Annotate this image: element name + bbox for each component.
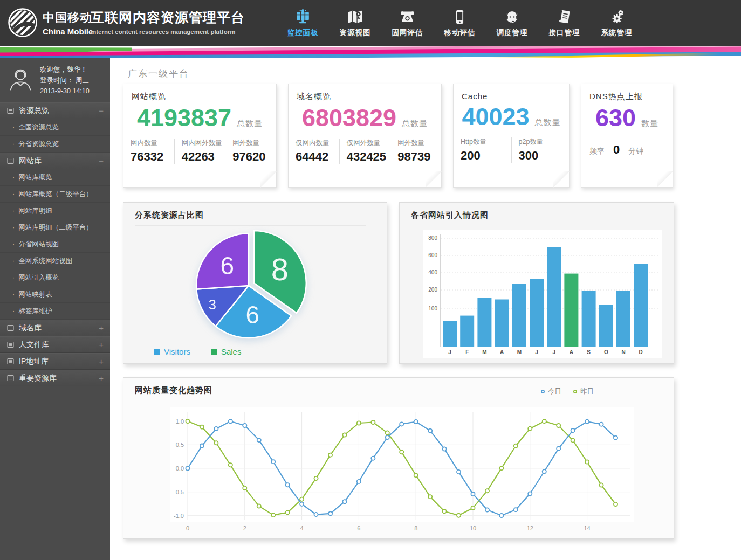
- data-point[interactable]: [300, 497, 304, 501]
- bar-D-12[interactable]: [634, 264, 648, 347]
- expand-icon[interactable]: +: [99, 374, 104, 383]
- bar-N-11[interactable]: [616, 291, 630, 347]
- nav-item-6[interactable]: 接口管理: [538, 4, 591, 38]
- data-point[interactable]: [357, 480, 361, 483]
- data-point[interactable]: [200, 425, 204, 429]
- sidebar-section-2[interactable]: 网站库−: [0, 153, 110, 169]
- expand-icon[interactable]: +: [99, 340, 104, 349]
- expand-icon[interactable]: +: [99, 323, 104, 333]
- data-point[interactable]: [499, 514, 503, 517]
- data-point[interactable]: [585, 460, 589, 464]
- data-point[interactable]: [286, 483, 290, 487]
- bar-J-6[interactable]: [530, 279, 544, 347]
- nav-item-7[interactable]: 系统管理: [591, 4, 643, 38]
- bar-M-5[interactable]: [512, 284, 526, 347]
- nav-item-3[interactable]: 固网评估: [381, 4, 434, 38]
- data-point[interactable]: [514, 508, 518, 511]
- sidebar-item-2-5[interactable]: ·分省网站视图: [0, 236, 110, 253]
- data-point[interactable]: [457, 514, 461, 517]
- sidebar-section-5[interactable]: IP地址库+: [0, 353, 110, 370]
- data-point[interactable]: [428, 429, 432, 433]
- data-point[interactable]: [286, 510, 290, 514]
- data-point[interactable]: [614, 436, 618, 440]
- data-point[interactable]: [543, 419, 546, 423]
- data-point[interactable]: [571, 428, 575, 432]
- data-point[interactable]: [414, 420, 418, 424]
- bar-A-4[interactable]: [495, 300, 509, 347]
- data-point[interactable]: [400, 450, 403, 454]
- bar-O-10[interactable]: [599, 305, 613, 347]
- sidebar-item-2-3[interactable]: ·网站库明细: [0, 203, 110, 219]
- data-point[interactable]: [599, 483, 603, 487]
- data-point[interactable]: [229, 463, 232, 467]
- data-point[interactable]: [200, 444, 204, 447]
- data-point[interactable]: [571, 438, 575, 442]
- sidebar-item-1-2[interactable]: ·分省资源总览: [0, 136, 110, 153]
- data-point[interactable]: [271, 513, 275, 517]
- bar-J-7[interactable]: [547, 247, 561, 347]
- sidebar-section-3[interactable]: 域名库+: [0, 320, 110, 336]
- sidebar-item-2-4[interactable]: ·网站库明细（二级平台）: [0, 219, 110, 236]
- data-point[interactable]: [585, 420, 589, 424]
- data-point[interactable]: [443, 447, 447, 451]
- data-point[interactable]: [400, 422, 403, 426]
- sidebar-section-6[interactable]: 重要资源库+: [0, 370, 110, 386]
- sidebar-item-2-2[interactable]: ·网站库概览（二级平台）: [0, 186, 110, 203]
- data-point[interactable]: [414, 473, 418, 477]
- pie-legend-item-1[interactable]: Visitors: [154, 347, 190, 356]
- expand-icon[interactable]: +: [99, 357, 104, 366]
- data-point[interactable]: [257, 438, 261, 442]
- bar-S-9[interactable]: [582, 291, 596, 347]
- line-legend-item-2[interactable]: 昨日: [573, 387, 594, 396]
- nav-item-1[interactable]: 监控面板: [277, 4, 329, 38]
- pie-legend-item-2[interactable]: Sales: [211, 347, 242, 356]
- nav-item-2[interactable]: 资源视图: [329, 4, 381, 38]
- data-point[interactable]: [257, 504, 261, 508]
- data-point[interactable]: [371, 420, 375, 424]
- data-point[interactable]: [357, 421, 361, 425]
- data-point[interactable]: [485, 508, 489, 511]
- data-point[interactable]: [557, 447, 560, 451]
- data-point[interactable]: [300, 502, 304, 506]
- collapse-icon[interactable]: −: [99, 156, 104, 165]
- bar-A-8[interactable]: [564, 274, 578, 347]
- data-point[interactable]: [371, 457, 375, 460]
- data-point[interactable]: [214, 441, 218, 445]
- data-point[interactable]: [485, 489, 489, 493]
- data-point[interactable]: [229, 419, 232, 423]
- data-point[interactable]: [514, 444, 518, 448]
- sidebar-item-2-7[interactable]: ·网站引入概览: [0, 269, 110, 286]
- sidebar-item-2-1[interactable]: ·网站库概览: [0, 169, 110, 186]
- data-point[interactable]: [386, 431, 389, 434]
- data-point[interactable]: [214, 427, 218, 431]
- data-point[interactable]: [599, 423, 603, 426]
- data-point[interactable]: [528, 492, 532, 495]
- data-point[interactable]: [386, 435, 389, 439]
- data-point[interactable]: [271, 460, 275, 464]
- sidebar-section-1[interactable]: 资源总览−: [0, 102, 110, 119]
- bar-M-3[interactable]: [477, 298, 491, 347]
- data-point[interactable]: [499, 466, 503, 470]
- line-legend-item-1[interactable]: 今日: [541, 387, 561, 396]
- data-point[interactable]: [428, 495, 432, 499]
- collapse-icon[interactable]: −: [99, 106, 104, 115]
- bar-J-1[interactable]: [443, 321, 457, 347]
- data-point[interactable]: [328, 453, 332, 457]
- sidebar-item-2-8[interactable]: ·网站映射表: [0, 286, 110, 303]
- data-point[interactable]: [457, 470, 461, 474]
- data-point[interactable]: [243, 486, 246, 490]
- data-point[interactable]: [471, 492, 475, 496]
- data-point[interactable]: [528, 427, 532, 431]
- nav-item-4[interactable]: 移动评估: [434, 4, 486, 38]
- data-point[interactable]: [614, 502, 618, 506]
- data-point[interactable]: [314, 513, 318, 516]
- data-point[interactable]: [342, 500, 346, 503]
- data-point[interactable]: [443, 509, 447, 513]
- data-point[interactable]: [543, 469, 546, 473]
- data-point[interactable]: [186, 419, 189, 423]
- sidebar-item-2-9[interactable]: ·标签库维护: [0, 303, 110, 320]
- data-point[interactable]: [314, 476, 318, 480]
- data-point[interactable]: [342, 433, 346, 437]
- data-point[interactable]: [186, 466, 189, 470]
- data-point[interactable]: [243, 424, 246, 427]
